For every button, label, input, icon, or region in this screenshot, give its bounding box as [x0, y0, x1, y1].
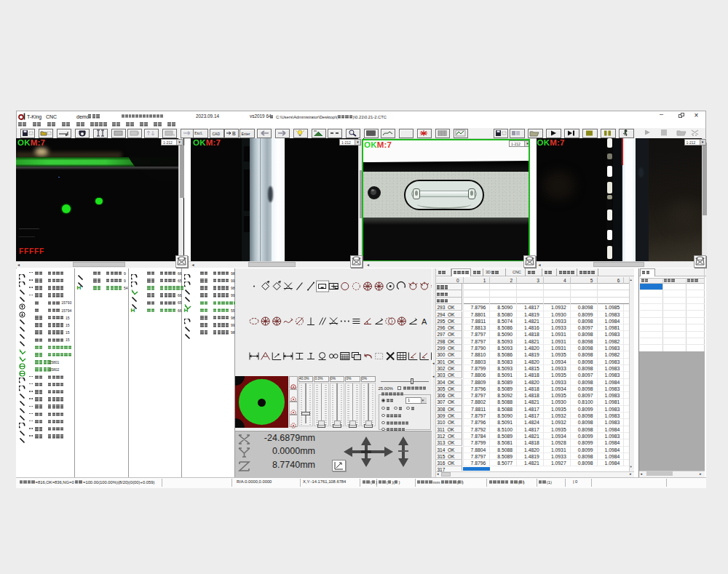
svg-text:A: A — [422, 316, 427, 325]
svg-text:B: B — [232, 131, 236, 136]
